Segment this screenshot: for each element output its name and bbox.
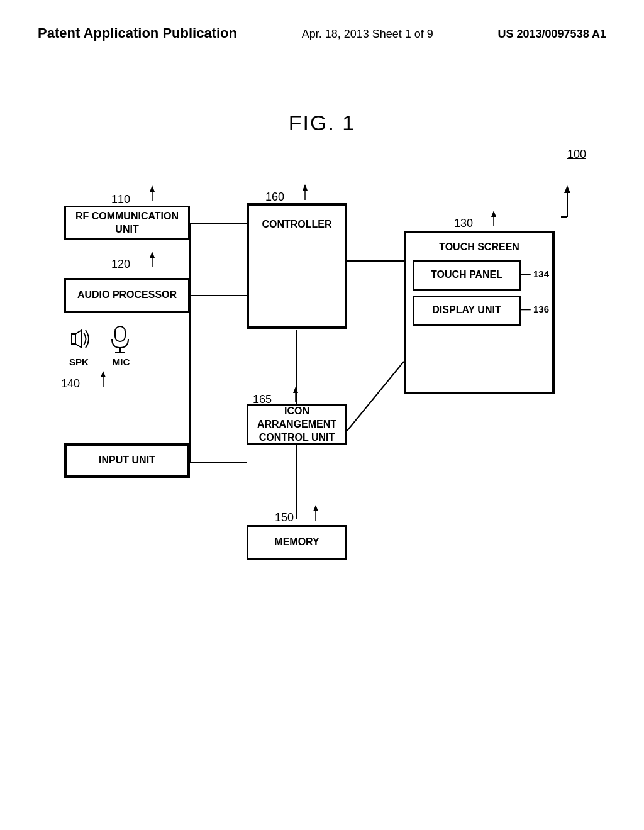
svg-marker-11 [564,185,570,193]
bracket-150 [309,505,328,524]
touch-screen-number: 130 [454,217,473,230]
bracket-140 [97,371,116,390]
touch-screen-outer-block: TOUCH SCREEN TOUCH PANEL ― 134 DISPLAY U… [404,231,555,394]
svg-marker-24 [303,184,308,191]
spk-mic-labels: SPK MIC [69,357,130,367]
svg-marker-30 [491,211,496,217]
publication-title: Patent Application Publication [38,25,237,42]
input-unit-block: INPUT UNIT [64,443,190,478]
rf-comm-number: 110 [111,193,130,206]
svg-marker-26 [293,387,298,393]
touch-screen-label: TOUCH SCREEN [413,241,546,254]
svg-marker-15 [150,252,155,258]
page: Patent Application Publication Apr. 18, … [0,0,644,830]
svg-marker-16 [75,330,82,348]
input-unit-number: 140 [61,377,80,390]
svg-rect-17 [72,334,75,344]
svg-marker-22 [101,371,106,377]
header: Patent Application Publication Apr. 18, … [38,25,606,48]
svg-rect-18 [115,326,125,341]
touch-panel-block: TOUCH PANEL [413,260,521,290]
audio-proc-number: 120 [111,258,130,271]
rf-communication-unit-block: RF COMMUNICATION UNIT [64,206,190,240]
memory-number: 150 [275,511,294,524]
publication-number: US 2013/0097538 A1 [498,28,606,41]
system-number-label: 100 [567,148,586,161]
mic-label: MIC [113,357,130,367]
display-unit-number: ― 136 [521,303,549,316]
touch-panel-number: ― 134 [521,268,549,280]
bracket-160 [299,184,318,203]
publication-date-sheet: Apr. 18, 2013 Sheet 1 of 9 [302,28,433,41]
icon-arrangement-block: ICON ARRANGEMENT CONTROL UNIT [247,404,347,445]
svg-marker-13 [150,185,155,192]
bracket-130 [487,211,506,230]
bracket-120 [146,252,165,270]
touch-panel-row: TOUCH PANEL ― 134 [413,260,546,296]
bracket-165 [289,387,308,406]
display-unit-row: DISPLAY UNIT ― 136 [413,296,546,326]
audio-processor-block: AUDIO PROCESSOR [64,278,190,313]
controller-block: CONTROLLER [247,203,347,329]
controller-number: 160 [265,191,284,204]
spk-label: SPK [69,357,89,367]
speaker-icon [70,325,97,355]
svg-marker-28 [313,505,318,511]
diagram-area: 100 110 [52,185,592,626]
microphone-icon [109,325,131,355]
spk-mic-area [70,325,131,355]
bracket-110 [146,185,165,204]
display-unit-block: DISPLAY UNIT [413,296,521,326]
figure-title: FIG. 1 [38,111,606,135]
svg-line-6 [347,362,404,431]
memory-block: MEMORY [247,525,347,560]
